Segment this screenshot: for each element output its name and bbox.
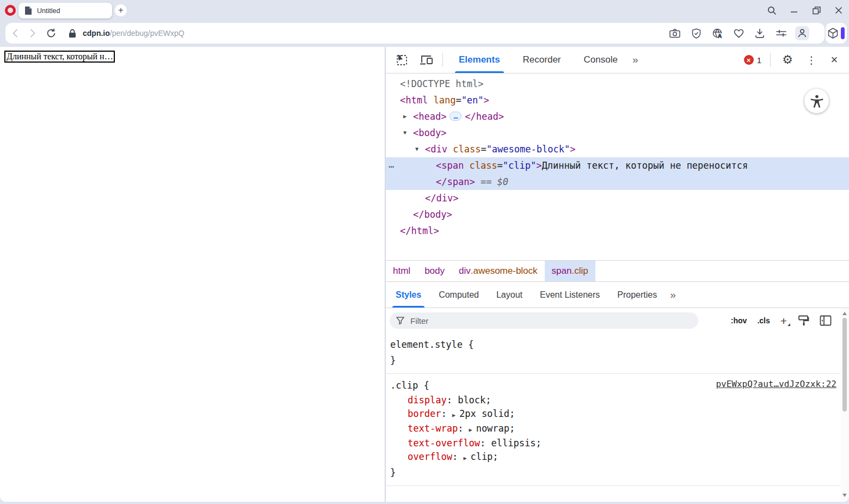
pseudo-state-toggle[interactable]: :hov (731, 316, 747, 325)
tab-elements[interactable]: Elements (447, 47, 512, 73)
tab-event-listeners[interactable]: Event Listeners (531, 282, 608, 308)
css-property[interactable]: border: ▶2px solid; (386, 407, 841, 422)
sidebar-indicator[interactable] (841, 27, 845, 39)
error-count: 1 (757, 56, 761, 65)
dom-row[interactable]: ▶<head>…</head> (386, 108, 849, 125)
tune-settings-icon[interactable] (774, 26, 788, 40)
new-style-rule-button[interactable]: + (780, 315, 787, 327)
search-icon[interactable] (767, 5, 777, 15)
profile-icon[interactable] (795, 26, 809, 40)
minimize-button[interactable] (789, 5, 799, 15)
downloads-icon[interactable] (753, 26, 767, 40)
breadcrumb-item[interactable]: span.clip (545, 261, 595, 281)
dom-row[interactable]: <!DOCTYPE html> (386, 76, 849, 92)
tab-console[interactable]: Console (573, 47, 629, 73)
opera-logo-icon[interactable] (5, 5, 16, 16)
dom-row[interactable]: </body> (386, 206, 849, 223)
address-bar[interactable]: cdpn.io/pen/debug/pvEWxpQ A (5, 23, 825, 44)
browser-tab[interactable]: Untitled (19, 3, 112, 19)
css-property[interactable]: text-wrap: ▶nowrap; (386, 422, 841, 437)
scrollbar-thumb[interactable] (842, 318, 847, 411)
element-classes-toggle[interactable]: .cls (757, 316, 770, 325)
stylesheet-source-link[interactable]: pvEWxpQ?aut…vdJzOzxk:22 (716, 379, 836, 389)
dom-row[interactable]: ▼<div class="awesome-block"> (386, 141, 849, 157)
tab-styles[interactable]: Styles (387, 282, 430, 308)
new-tab-button[interactable]: + (115, 4, 127, 16)
css-property[interactable]: overflow: ▶clip; (386, 450, 841, 465)
expand-arrow-icon[interactable]: ▼ (403, 125, 407, 141)
styles-tabs-list: StylesComputedLayoutEvent ListenersPrope… (387, 282, 666, 308)
css-property[interactable]: display: block; (386, 394, 841, 407)
css-rule: pvEWxpQ?aut…vdJzOzxk:22.clip {display: b… (386, 374, 841, 486)
extensions-cube-icon[interactable] (828, 28, 838, 39)
url-text[interactable]: cdpn.io/pen/debug/pvEWxpQ (83, 23, 184, 44)
tab-recorder[interactable]: Recorder (512, 47, 573, 73)
error-badge[interactable]: × 1 (744, 55, 761, 65)
reload-icon[interactable] (45, 23, 58, 44)
tab-title: Untitled (37, 7, 60, 15)
error-icon: × (744, 55, 754, 65)
svg-text:A: A (718, 33, 722, 39)
lock-icon[interactable] (66, 23, 79, 44)
devtools-toolbar: ElementsRecorderConsole » × 1 ⚙ ⋮ × (386, 47, 849, 73)
tab-strip: Untitled + (0, 0, 849, 21)
dom-row[interactable]: …<span class="clip">Длинный текст, котор… (386, 157, 849, 190)
dom-row[interactable]: ▼<body> (386, 125, 849, 141)
more-style-tabs-icon[interactable]: » (666, 282, 679, 308)
devtools-panel: ElementsRecorderConsole » × 1 ⚙ ⋮ × <!DO… (386, 47, 849, 502)
toolbar-divider (770, 53, 771, 67)
toolbar-divider (442, 53, 443, 67)
snapshot-camera-icon[interactable] (668, 26, 682, 40)
css-property[interactable]: text-overflow: ellipsis; (386, 437, 841, 450)
close-window-button[interactable] (834, 5, 844, 15)
styles-rules: element.style {}pvEWxpQ?aut…vdJzOzxk:22.… (386, 333, 841, 502)
translate-icon[interactable]: A (710, 26, 724, 40)
accessibility-button[interactable] (804, 89, 829, 113)
collapsed-content-badge[interactable]: … (450, 112, 462, 121)
url-path: /pen/debug/pvEWxpQ (110, 29, 184, 38)
styles-tabs: StylesComputedLayoutEvent ListenersPrope… (386, 282, 849, 308)
styles-filter-row: :hov .cls + (386, 308, 849, 333)
expand-property-icon[interactable]: ▶ (469, 427, 472, 433)
styles-filter[interactable] (390, 312, 698, 329)
settings-gear-icon[interactable]: ⚙ (779, 53, 796, 67)
opera-window: Untitled + (0, 0, 849, 504)
expand-property-icon[interactable]: ▶ (463, 455, 466, 461)
scroll-down-icon[interactable] (842, 494, 847, 497)
accessibility-person-icon (810, 94, 824, 108)
tab-computed[interactable]: Computed (430, 282, 488, 308)
sidebar-panel-button[interactable] (826, 23, 847, 44)
dom-row[interactable]: <html lang="en"> (386, 92, 849, 108)
close-devtools-icon[interactable]: × (826, 53, 842, 67)
more-panels-icon[interactable]: » (632, 54, 637, 66)
inspect-element-icon[interactable] (396, 53, 410, 67)
selected-row-ellipsis: … (389, 157, 395, 171)
back-icon[interactable] (9, 23, 22, 44)
breadcrumb-item[interactable]: html (386, 261, 417, 281)
favorites-heart-icon[interactable] (731, 26, 746, 40)
dom-row[interactable]: </div> (386, 190, 849, 206)
css-selector[interactable]: element.style { (386, 337, 841, 353)
rendering-brush-icon[interactable] (797, 315, 809, 327)
css-rule: element.style {} (386, 333, 841, 374)
dock-panel-icon[interactable] (820, 315, 832, 326)
forward-icon[interactable] (26, 23, 39, 44)
expand-arrow-icon[interactable]: ▶ (403, 108, 407, 125)
shield-check-icon[interactable] (689, 26, 703, 40)
filter-input[interactable] (409, 316, 670, 326)
restore-button[interactable] (811, 5, 821, 15)
device-toolbar-icon[interactable] (420, 53, 434, 67)
page-viewport: Длинный текст, который н… (0, 47, 385, 502)
url-domain: cdpn.io (83, 29, 110, 38)
dom-tree: <!DOCTYPE html><html lang="en">▶<head>…<… (386, 73, 849, 260)
expand-property-icon[interactable]: ▶ (452, 412, 456, 418)
more-options-icon[interactable]: ⋮ (803, 54, 820, 66)
dom-row[interactable]: </html> (386, 223, 849, 239)
tab-properties[interactable]: Properties (608, 282, 666, 308)
breadcrumb-item[interactable]: body (417, 261, 452, 281)
expand-arrow-icon[interactable]: ▼ (415, 141, 419, 157)
scroll-up-icon[interactable] (842, 312, 847, 315)
breadcrumb-item[interactable]: div.awesome-block (452, 261, 545, 281)
styles-scrollbar[interactable] (841, 308, 848, 501)
tab-layout[interactable]: Layout (488, 282, 531, 308)
